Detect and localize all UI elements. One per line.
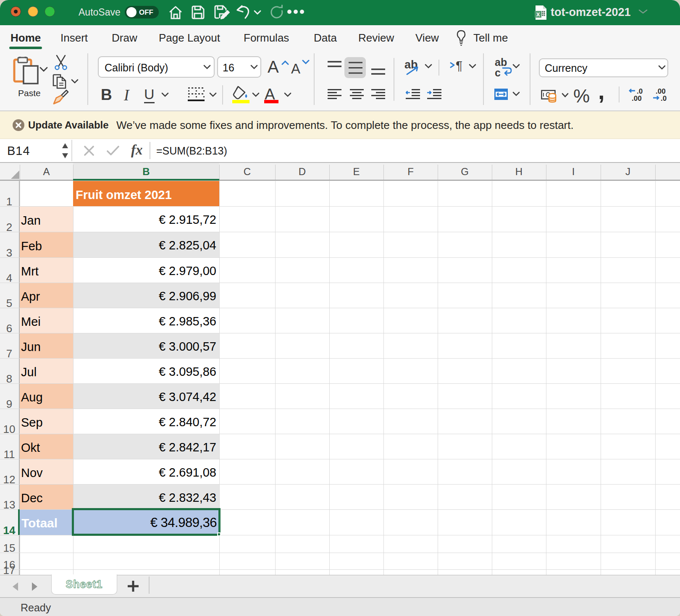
svg-text:X: X <box>536 11 540 18</box>
svg-text:.0: .0 <box>661 94 667 101</box>
svg-text:.00: .00 <box>632 94 642 101</box>
